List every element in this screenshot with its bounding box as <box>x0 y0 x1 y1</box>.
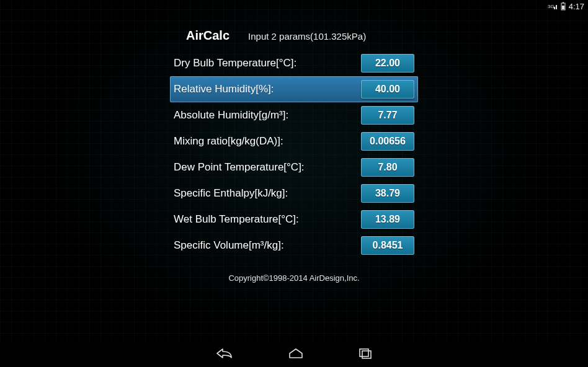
value-dry-bulb[interactable]: 22.00 <box>361 54 414 73</box>
status-clock: 4:17 <box>569 2 584 11</box>
svg-rect-3 <box>562 6 564 9</box>
panel-header: AirCalc Input 2 params(101.325kPa) <box>170 29 418 43</box>
svg-rect-2 <box>563 2 564 4</box>
app-title: AirCalc <box>186 29 229 43</box>
row-label: Specific Enthalpy[kJ/kg]: <box>174 187 288 200</box>
status-bar: 3G 4:17 <box>0 0 588 12</box>
row-label: Dew Point Temperature[°C]: <box>174 161 305 174</box>
value-wet-bulb[interactable]: 13.89 <box>361 210 414 229</box>
row-label: Specific Volume[m³/kg]: <box>174 239 284 252</box>
value-relative-humidity[interactable]: 40.00 <box>361 80 414 99</box>
row-mixing-ratio[interactable]: Mixing ratio[kg/kg(DA)]: 0.00656 <box>170 128 418 154</box>
home-button[interactable] <box>287 347 305 362</box>
nav-bar <box>0 342 588 367</box>
row-wet-bulb[interactable]: Wet Bulb Temperature[°C]: 13.89 <box>170 206 418 232</box>
row-label: Mixing ratio[kg/kg(DA)]: <box>174 135 283 148</box>
row-relative-humidity[interactable]: Relative Humidity[%]: 40.00 <box>170 76 418 102</box>
recent-apps-icon <box>358 347 373 360</box>
row-specific-volume[interactable]: Specific Volume[m³/kg]: 0.8451 <box>170 232 418 259</box>
svg-rect-5 <box>362 351 371 358</box>
value-dew-point[interactable]: 7.80 <box>361 158 414 177</box>
row-label: Absolute Humidity[g/m³]: <box>174 109 288 122</box>
row-label: Dry Bulb Temperature[°C]: <box>174 57 296 69</box>
home-icon <box>287 347 305 360</box>
row-absolute-humidity[interactable]: Absolute Humidity[g/m³]: 7.77 <box>170 102 418 128</box>
row-specific-enthalpy[interactable]: Specific Enthalpy[kJ/kg]: 38.79 <box>170 180 418 206</box>
row-label: Relative Humidity[%]: <box>174 83 274 95</box>
back-button[interactable] <box>215 347 234 362</box>
network-3g-icon: 3G <box>548 2 558 11</box>
back-icon <box>215 347 234 360</box>
copyright: Copyright©1998-2014 AirDesign,Inc. <box>170 273 418 283</box>
battery-icon <box>560 2 566 11</box>
svg-rect-4 <box>360 349 368 356</box>
svg-text:3G: 3G <box>548 4 555 9</box>
row-label: Wet Bulb Temperature[°C]: <box>174 213 299 226</box>
calc-panel: AirCalc Input 2 params(101.325kPa) Dry B… <box>170 29 418 283</box>
app-content: AirCalc Input 2 params(101.325kPa) Dry B… <box>0 12 588 342</box>
value-mixing-ratio[interactable]: 0.00656 <box>361 132 414 151</box>
app-subtitle: Input 2 params(101.325kPa) <box>248 31 366 42</box>
value-absolute-humidity[interactable]: 7.77 <box>361 106 414 125</box>
row-dry-bulb[interactable]: Dry Bulb Temperature[°C]: 22.00 <box>170 50 418 76</box>
value-specific-volume[interactable]: 0.8451 <box>361 236 414 255</box>
recent-apps-button[interactable] <box>358 347 373 362</box>
value-specific-enthalpy[interactable]: 38.79 <box>361 184 414 203</box>
row-dew-point[interactable]: Dew Point Temperature[°C]: 7.80 <box>170 154 418 180</box>
